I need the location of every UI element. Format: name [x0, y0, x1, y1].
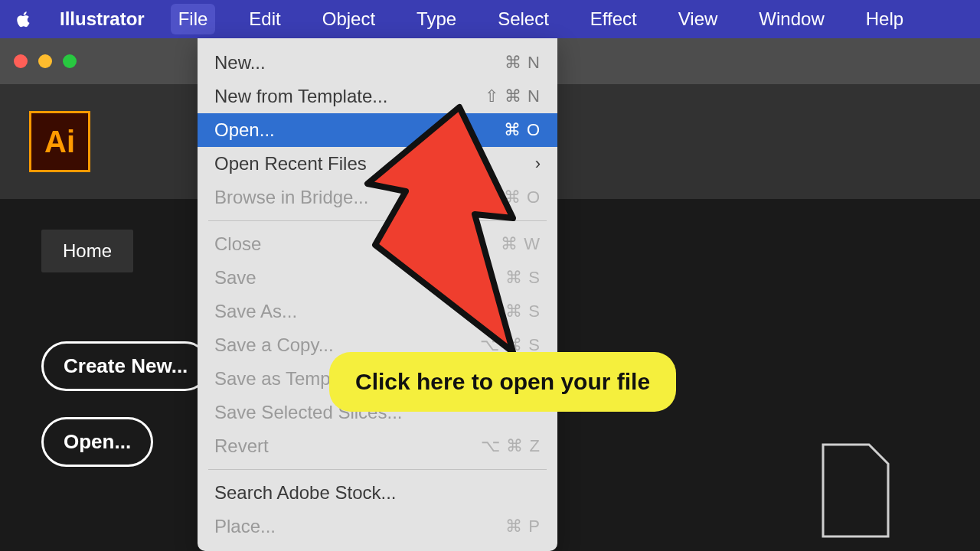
menu-item-label: New... — [214, 52, 266, 73]
menu-select[interactable]: Select — [490, 4, 557, 34]
menu-window[interactable]: Window — [751, 4, 831, 34]
menu-item-browse-in-bridge: Browse in Bridge...⌥ ⌘ O — [198, 181, 557, 214]
menu-item-label: Save — [214, 267, 256, 289]
menu-shortcut: ⌥ ⌘ O — [479, 187, 541, 207]
menu-file[interactable]: File — [171, 4, 216, 34]
menu-item-revert: Revert⌥ ⌘ Z — [198, 429, 557, 463]
open-button[interactable]: Open... — [41, 417, 153, 467]
menu-shortcut: ⌘ N — [505, 53, 541, 73]
menu-shortcut: ⌘ W — [501, 234, 541, 254]
menu-item-label: Place... — [214, 516, 276, 537]
menu-separator — [208, 220, 547, 221]
menu-item-label: Search Adobe Stock... — [214, 482, 396, 504]
menu-item-label: Save a Copy... — [214, 334, 334, 356]
minimize-window-icon[interactable] — [38, 54, 52, 68]
menu-shortcut: ⇧ ⌘ N — [485, 86, 541, 106]
menu-item-label: Close — [214, 233, 261, 255]
menu-item-open-recent-files[interactable]: Open Recent Files› — [198, 147, 557, 181]
menu-item-new[interactable]: New...⌘ N — [198, 46, 557, 80]
menu-item-label: Browse in Bridge... — [214, 187, 368, 208]
create-new-button[interactable]: Create New... — [41, 341, 210, 391]
apple-icon[interactable] — [14, 9, 34, 29]
menu-item-search-adobe-stock[interactable]: Search Adobe Stock... — [198, 476, 557, 510]
illustrator-logo-icon: Ai — [29, 111, 90, 172]
menu-item-close: Close⌘ W — [198, 227, 557, 261]
document-icon — [812, 441, 896, 543]
menu-item-label: Revert — [214, 435, 269, 457]
menu-separator — [208, 469, 547, 470]
menu-shortcut: ⌥ ⌘ Z — [481, 436, 541, 456]
menu-shortcut: ⌘ S — [505, 268, 541, 288]
menu-item-label: Save As... — [214, 301, 297, 322]
menu-item-new-from-template[interactable]: New from Template...⇧ ⌘ N — [198, 80, 557, 113]
zoom-window-icon[interactable] — [63, 54, 77, 68]
menu-object[interactable]: Object — [315, 4, 383, 34]
menu-edit[interactable]: Edit — [241, 4, 288, 34]
menu-item-save-as: Save As...⇧ ⌘ S — [198, 295, 557, 328]
menu-shortcut: ⇧ ⌘ S — [485, 302, 541, 321]
menu-type[interactable]: Type — [409, 4, 464, 34]
tab-home[interactable]: Home — [41, 230, 133, 272]
menu-shortcut: ⌘ O — [504, 120, 541, 140]
file-menu-dropdown: New...⌘ NNew from Template...⇧ ⌘ NOpen..… — [198, 38, 557, 551]
menu-effect[interactable]: Effect — [583, 4, 645, 34]
app-name[interactable]: Illustrator — [60, 8, 145, 30]
menu-shortcut: ⌘ P — [505, 517, 541, 536]
menu-item-place: Place...⌘ P — [198, 510, 557, 543]
menu-item-save: Save⌘ S — [198, 261, 557, 295]
annotation-callout: Click here to open your file — [329, 352, 676, 412]
macos-menubar: Illustrator FileEditObjectTypeSelectEffe… — [0, 0, 980, 38]
menu-item-label: Open... — [214, 119, 275, 141]
menu-view[interactable]: View — [671, 4, 726, 34]
close-window-icon[interactable] — [14, 54, 28, 68]
menu-item-open[interactable]: Open...⌘ O — [198, 113, 557, 147]
menu-help[interactable]: Help — [858, 4, 911, 34]
chevron-right-icon: › — [535, 154, 541, 174]
menu-item-label: New from Template... — [214, 86, 387, 107]
menu-item-label: Open Recent Files — [214, 153, 367, 174]
